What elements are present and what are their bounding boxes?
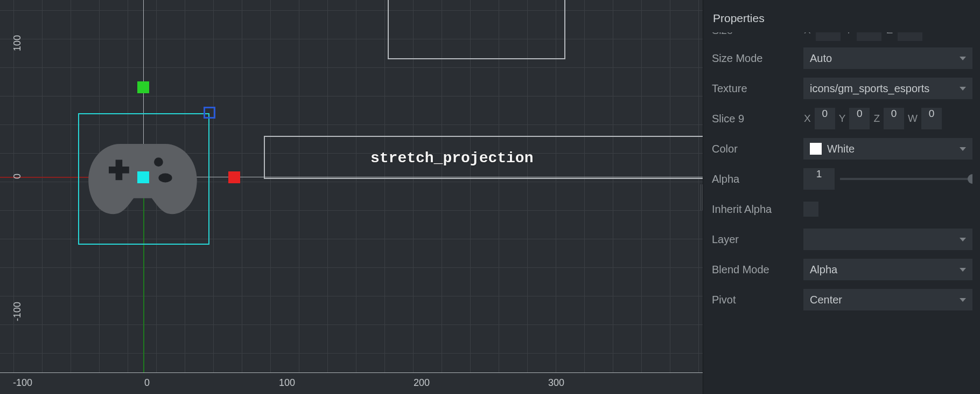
ruler-y: 100 0 -100 — [0, 0, 15, 372]
chevron-down-icon — [960, 268, 966, 272]
pivot-select[interactable]: Center — [803, 289, 972, 310]
chevron-down-icon — [960, 147, 966, 151]
move-handle-y[interactable] — [137, 81, 149, 93]
alpha-slider[interactable] — [840, 178, 972, 180]
size-mode-value: Auto — [810, 52, 832, 65]
axis-label-y: Y — [838, 113, 846, 125]
slice9-w-input[interactable]: 0 — [921, 108, 942, 129]
slider-knob[interactable] — [968, 174, 972, 184]
axis-label-y: Y — [845, 32, 853, 36]
row-texture: Texture icons/gm_sports_esports — [711, 73, 972, 103]
row-blend-mode: Blend Mode Alpha — [711, 254, 972, 285]
panel-body: Size X 96 Y 96 Z 0 Size Mode Auto — [711, 32, 972, 386]
axis-label-x: X — [803, 113, 811, 125]
texture-label: Texture — [711, 82, 803, 95]
ruler-x: -100 0 100 200 300 — [0, 372, 703, 394]
chevron-down-icon — [960, 87, 966, 91]
alpha-input[interactable]: 1 — [803, 168, 835, 190]
chevron-down-icon — [960, 238, 966, 241]
axis-label-z: Z — [873, 113, 880, 125]
color-swatch — [810, 143, 822, 155]
size-mode-select[interactable]: Auto — [803, 47, 972, 69]
ruler-y-tick: -100 — [12, 302, 23, 321]
axis-label-z: Z — [886, 32, 893, 36]
slice9-y-input[interactable]: 0 — [849, 108, 870, 129]
size-x-input[interactable]: 96 — [816, 32, 841, 41]
slice9-z-input[interactable]: 0 — [884, 108, 904, 129]
ruler-x-tick: -100 — [13, 377, 32, 389]
pivot-label: Pivot — [711, 294, 803, 306]
panel-title: Properties — [711, 0, 972, 32]
row-inherit-alpha: Inherit Alpha — [711, 194, 972, 224]
pivot-value: Center — [810, 294, 842, 306]
size-y-input[interactable]: 96 — [857, 32, 881, 41]
inherit-alpha-checkbox[interactable] — [803, 202, 818, 217]
ruler-y-tick: 100 — [12, 35, 23, 51]
blend-mode-select[interactable]: Alpha — [803, 259, 972, 280]
color-select[interactable]: White — [803, 138, 972, 160]
layer-select[interactable] — [803, 229, 972, 250]
alpha-label: Alpha — [711, 173, 803, 185]
ruler-y-tick: 0 — [12, 174, 23, 179]
scene-viewport[interactable]: stretch_projection -100 0 100 200 300 10… — [0, 0, 703, 394]
color-value: White — [827, 143, 855, 155]
row-size: Size X 96 Y 96 Z 0 — [711, 32, 972, 43]
ruler-x-tick: 300 — [548, 377, 564, 389]
axis-label-w: W — [907, 113, 918, 125]
slice9-label: Slice 9 — [711, 113, 803, 125]
size-mode-label: Size Mode — [711, 52, 803, 65]
slice9-x-input[interactable]: 0 — [815, 108, 835, 129]
color-label: Color — [711, 143, 803, 155]
move-handle-x[interactable] — [228, 171, 240, 183]
node-label: stretch_projection — [370, 150, 533, 167]
texture-value: icons/gm_sports_esports — [810, 82, 929, 95]
inherit-alpha-label: Inherit Alpha — [711, 203, 803, 216]
blend-mode-label: Blend Mode — [711, 264, 803, 276]
row-alpha: Alpha 1 — [711, 164, 972, 194]
row-color: Color White — [711, 134, 972, 164]
blend-mode-value: Alpha — [810, 264, 837, 276]
layer-label: Layer — [711, 233, 803, 246]
texture-select[interactable]: icons/gm_sports_esports — [803, 78, 972, 99]
row-layer: Layer — [711, 224, 972, 254]
properties-panel: Properties Size X 96 Y 96 Z 0 Size Mode — [703, 0, 980, 394]
chevron-down-icon — [960, 298, 966, 302]
ruler-x-tick: 0 — [144, 377, 150, 389]
outline-box — [388, 0, 565, 59]
chevron-down-icon — [960, 57, 966, 60]
move-handle-xy[interactable] — [137, 171, 149, 183]
axis-label-x: X — [803, 32, 811, 36]
row-pivot: Pivot Center — [711, 285, 972, 315]
size-label: Size — [711, 32, 803, 37]
row-slice9: Slice 9 X 0 Y 0 Z 0 W 0 — [711, 103, 972, 134]
ruler-x-tick: 200 — [414, 377, 430, 389]
panel-resize-grip[interactable] — [700, 184, 703, 210]
row-size-mode: Size Mode Auto — [711, 43, 972, 73]
ruler-x-tick: 100 — [279, 377, 295, 389]
scale-handle[interactable] — [204, 107, 215, 119]
size-z-input[interactable]: 0 — [898, 32, 922, 41]
